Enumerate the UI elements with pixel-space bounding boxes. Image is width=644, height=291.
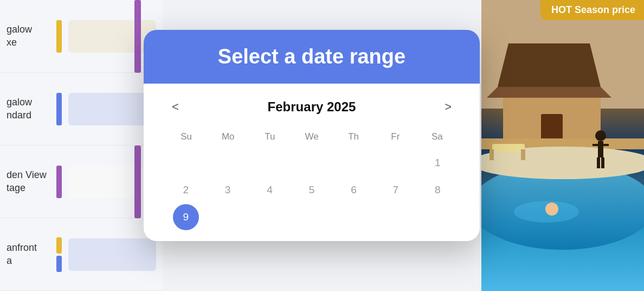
day-cell-4[interactable]: 4 (249, 177, 290, 203)
day-cell-empty (207, 150, 248, 176)
day-cell-empty (291, 150, 332, 176)
cell-bg-1 (68, 20, 156, 53)
resort-svg (481, 0, 644, 291)
color-bar-purple (56, 166, 62, 198)
svg-rect-18 (490, 149, 494, 160)
day-header-fr: Fr (375, 128, 416, 146)
cell-bg-4 (68, 238, 156, 271)
color-bar-yellow-2 (56, 237, 62, 254)
day-cell-7[interactable]: 7 (375, 177, 416, 203)
day-header-su: Su (165, 128, 207, 146)
pool-scene (481, 0, 644, 291)
cell-bg-2 (68, 93, 156, 125)
svg-rect-12 (593, 144, 598, 146)
room-name-3: den View tage (7, 169, 50, 194)
room-name-4: anfront a (7, 242, 50, 267)
room-name-2: galow ndard (7, 96, 50, 122)
month-nav: < February 2025 > (165, 97, 458, 117)
color-bar-blue (56, 93, 62, 125)
color-bars-3 (56, 166, 62, 198)
svg-point-10 (595, 130, 606, 141)
datepicker-modal[interactable]: Select a date range < February 2025 > Su… (144, 30, 480, 241)
table-row: galow ndard (0, 73, 163, 146)
svg-point-16 (545, 203, 558, 216)
svg-marker-2 (487, 87, 611, 98)
svg-rect-17 (492, 144, 525, 152)
day-cell-empty (375, 150, 416, 176)
day-cell-empty (165, 150, 206, 176)
day-header-th: Th (333, 128, 375, 146)
day-cell-8[interactable]: 8 (417, 177, 458, 203)
svg-rect-13 (603, 144, 609, 146)
color-bar-yellow (56, 20, 62, 53)
day-cell-5[interactable]: 5 (291, 177, 332, 203)
day-cell-3[interactable]: 3 (207, 177, 248, 203)
day-cell-9-selected[interactable]: 9 (173, 204, 199, 230)
day-cell-empty (333, 150, 374, 176)
table-row: anfront a (0, 218, 163, 291)
day-header-tu: Tu (249, 128, 291, 146)
month-title: February 2025 (268, 99, 356, 115)
datepicker-body: < February 2025 > Su Mo Tu We Th Fr Sa (144, 84, 480, 241)
day-cell-empty (249, 150, 290, 176)
svg-rect-15 (601, 157, 604, 168)
next-month-button[interactable]: > (438, 97, 458, 117)
cell-bg-3 (68, 166, 156, 198)
resort-photo: HOT Season price (481, 0, 644, 291)
datepicker-title: Select a date range (165, 45, 458, 68)
color-bar-blue-2 (56, 256, 62, 272)
svg-rect-14 (597, 157, 600, 168)
day-cell-6[interactable]: 6 (333, 177, 374, 203)
prev-month-button[interactable]: < (165, 97, 185, 117)
svg-rect-11 (598, 141, 603, 157)
room-name-1: galow xe (7, 23, 50, 49)
day-headers: Su Mo Tu We Th Fr Sa (165, 128, 458, 146)
calendar-grid: Su Mo Tu We Th Fr Sa 1 2 3 4 (165, 128, 458, 230)
color-bars-1 (56, 20, 62, 53)
day-header-sa: Sa (416, 128, 458, 146)
day-cell-1[interactable]: 1 (417, 150, 458, 176)
day-cells: 1 2 3 4 5 6 7 8 9 (165, 150, 458, 230)
vert-seg-2 (134, 146, 141, 218)
svg-marker-1 (498, 43, 601, 87)
svg-rect-19 (521, 149, 525, 160)
color-bars-2 (56, 93, 62, 125)
day-cell-2[interactable]: 2 (165, 177, 206, 203)
day-header-mo: Mo (207, 128, 249, 146)
hot-season-badge: HOT Season price (540, 0, 644, 20)
svg-rect-4 (541, 114, 563, 141)
color-bars-4 (56, 237, 62, 272)
datepicker-header: Select a date range (144, 30, 480, 84)
day-header-we: We (291, 128, 332, 146)
vert-seg-1 (134, 0, 141, 73)
